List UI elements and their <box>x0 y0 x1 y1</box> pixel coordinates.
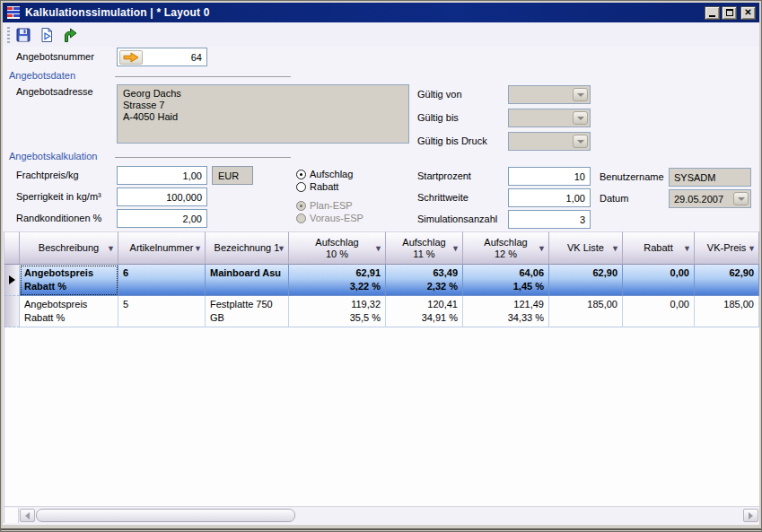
filter-dropdown-icon[interactable]: ▼ <box>277 245 285 253</box>
column-header-label: Rabatt <box>644 242 672 254</box>
minimize-button[interactable] <box>705 6 720 20</box>
maximize-icon <box>726 9 733 16</box>
cell-beschreibung[interactable]: Angebotspreis Rabatt % <box>20 296 118 327</box>
cell-aufschlag10[interactable]: 62,91 3,22 % <box>289 265 386 296</box>
cell-aufschlag12[interactable]: 64,06 1,45 % <box>463 265 549 296</box>
client-area: Angebotsnummer 64 Angebotsdaten Angebots… <box>3 22 759 525</box>
save-icon <box>15 27 31 43</box>
radio-rabatt-label: Rabatt <box>310 181 338 192</box>
frachtpreis-value[interactable]: 1,00 <box>118 170 206 181</box>
sperrigkeit-label: Sperrigkeit in kg/m³ <box>16 191 101 202</box>
sperrigkeit-value[interactable]: 100,000 <box>118 192 206 203</box>
cell-aufschlag11[interactable]: 120,41 34,91 % <box>386 296 463 327</box>
table-row[interactable]: Angebotspreis Rabatt %5Festplatte 750 GB… <box>4 296 759 327</box>
toolbar <box>3 22 759 47</box>
section-angebotskalkulation: Angebotskalkulation <box>9 151 97 161</box>
filter-dropdown-icon[interactable]: ▼ <box>451 245 460 253</box>
maximize-button[interactable] <box>722 6 737 20</box>
table-row[interactable]: Angebotspreis Rabatt %6Mainboard Asu62,9… <box>4 265 759 296</box>
section-divider <box>115 76 291 77</box>
cell-rabatt[interactable]: 0,00 <box>623 296 695 327</box>
schrittweite-field[interactable]: 1,00 <box>508 188 591 207</box>
datum-field[interactable]: 29.05.2007 <box>669 189 751 208</box>
filter-dropdown-icon[interactable]: ▼ <box>683 245 691 253</box>
column-header-aufschlag11[interactable]: Aufschlag 11 %▼ <box>386 231 463 265</box>
filter-dropdown-icon[interactable]: ▼ <box>748 245 756 253</box>
title-bar[interactable]: Kalkulationssimulation | * Layout 0 ✕ <box>3 3 759 22</box>
schrittweite-value[interactable]: 1,00 <box>509 193 590 204</box>
cell-bezeichnung1[interactable]: Festplatte 750 GB <box>206 296 289 327</box>
horizontal-scrollbar[interactable] <box>4 506 759 523</box>
simulationsanzahl-value[interactable]: 3 <box>509 214 590 225</box>
column-header-bezeichnung1[interactable]: Bezeichnung 1▼ <box>206 231 289 265</box>
startprozent-field[interactable]: 10 <box>508 167 591 186</box>
column-header-aufschlag10[interactable]: Aufschlag 10 %▼ <box>289 231 386 265</box>
scroll-right-icon <box>749 512 753 519</box>
angebotsadresse-field[interactable]: Georg Dachs Strasse 7 A-4050 Haid <box>117 84 409 144</box>
gueltig-von-field[interactable] <box>508 85 591 104</box>
column-header-label: Beschreibung <box>39 242 99 254</box>
column-header-beschreibung[interactable]: Beschreibung▼ <box>20 231 118 265</box>
filter-dropdown-icon[interactable]: ▼ <box>107 245 115 253</box>
row-selector[interactable] <box>4 296 20 327</box>
sperrigkeit-field[interactable]: 100,000 <box>117 188 207 206</box>
save-button[interactable] <box>13 25 33 45</box>
current-row-arrow-icon <box>9 275 15 284</box>
radio-rabatt[interactable]: Rabatt <box>296 181 338 192</box>
gueltig-bis-dropdown-button[interactable] <box>573 111 588 125</box>
schrittweite-label: Schrittweite <box>417 192 469 203</box>
close-button[interactable]: ✕ <box>740 6 756 20</box>
report-button[interactable] <box>37 25 57 45</box>
scroll-left-button[interactable] <box>20 509 35 522</box>
column-header-rabatt[interactable]: Rabatt▼ <box>623 231 695 265</box>
column-header-aufschlag12[interactable]: Aufschlag 12 %▼ <box>463 231 549 265</box>
filter-dropdown-icon[interactable]: ▼ <box>611 245 619 253</box>
column-header-vk_liste[interactable]: VK Liste▼ <box>549 231 623 265</box>
datum-dropdown-button[interactable] <box>733 192 749 205</box>
simulationsanzahl-field[interactable]: 3 <box>508 210 591 229</box>
run-button[interactable] <box>60 25 80 45</box>
section-angebotsdaten: Angebotsdaten <box>9 70 75 81</box>
cell-vk_preis[interactable]: 62,90 <box>695 265 759 296</box>
row-selector[interactable] <box>4 265 20 296</box>
app-icon <box>6 5 21 20</box>
app-window: Kalkulationssimulation | * Layout 0 ✕ <box>0 0 762 532</box>
toolbar-grip[interactable] <box>7 27 10 43</box>
gueltig-bis-druck-field[interactable] <box>508 132 591 151</box>
scrollbar-thumb[interactable] <box>36 509 295 522</box>
cell-vk_liste[interactable]: 62,90 <box>549 265 623 296</box>
cell-artikelnummer[interactable]: 5 <box>118 296 206 327</box>
radio-plan-esp: Plan-ESP <box>296 200 353 211</box>
gueltig-bis-field[interactable] <box>508 109 591 127</box>
radio-aufschlag[interactable]: Aufschlag <box>296 169 353 179</box>
cell-rabatt[interactable]: 0,00 <box>623 265 695 296</box>
cell-aufschlag11[interactable]: 63,49 2,32 % <box>386 265 463 296</box>
cell-artikelnummer[interactable]: 6 <box>118 265 206 296</box>
column-header-artikelnummer[interactable]: Artikelnummer▼ <box>118 231 206 265</box>
close-icon: ✕ <box>744 8 751 17</box>
cell-aufschlag12[interactable]: 121,49 34,33 % <box>463 296 549 327</box>
filter-dropdown-icon[interactable]: ▼ <box>194 245 202 253</box>
angebotsnummer-field[interactable]: 64 <box>117 48 207 66</box>
column-header-vk_preis[interactable]: VK-Preis▼ <box>695 231 759 265</box>
gueltig-bis-druck-dropdown-button[interactable] <box>573 135 588 148</box>
scroll-right-button[interactable] <box>743 509 758 522</box>
cell-vk_preis[interactable]: 185,00 <box>695 296 759 327</box>
randkonditionen-field[interactable]: 2,00 <box>117 209 207 228</box>
chevron-down-icon <box>738 197 745 201</box>
frachtpreis-field[interactable]: 1,00 <box>117 166 207 185</box>
column-header-label: Bezeichnung 1 <box>215 242 280 254</box>
angebotsnummer-value[interactable]: 64 <box>143 52 206 63</box>
randkonditionen-value[interactable]: 2,00 <box>118 214 206 224</box>
startprozent-value[interactable]: 10 <box>509 171 590 182</box>
orange-arrow-icon <box>122 52 140 63</box>
cell-bezeichnung1[interactable]: Mainboard Asu <box>206 265 289 296</box>
cell-aufschlag10[interactable]: 119,32 35,5 % <box>289 296 386 327</box>
filter-dropdown-icon[interactable]: ▼ <box>374 245 382 253</box>
cell-beschreibung[interactable]: Angebotspreis Rabatt % <box>20 265 118 296</box>
goto-number-button[interactable] <box>119 50 143 65</box>
benutzername-field: SYSADM <box>669 168 751 187</box>
cell-vk_liste[interactable]: 185,00 <box>549 296 623 327</box>
gueltig-von-dropdown-button[interactable] <box>573 88 588 101</box>
filter-dropdown-icon[interactable]: ▼ <box>538 245 546 253</box>
